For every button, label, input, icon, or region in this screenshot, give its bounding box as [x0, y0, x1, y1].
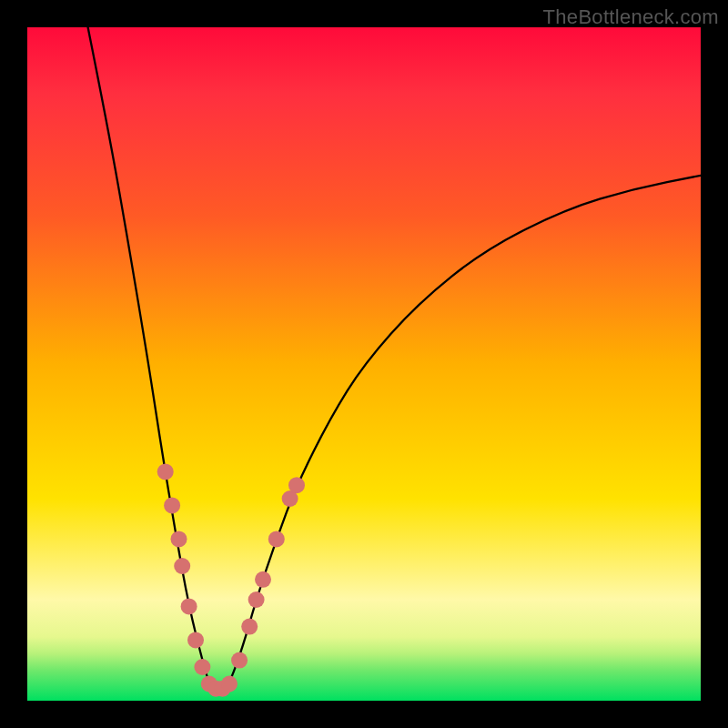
chart-svg	[27, 27, 701, 701]
data-marker	[157, 463, 174, 480]
data-marker	[241, 619, 258, 635]
data-marker	[164, 497, 180, 513]
data-marker	[221, 676, 238, 693]
data-marker	[187, 632, 204, 648]
gradient-background	[27, 27, 701, 701]
data-marker	[231, 652, 248, 669]
plot-area	[27, 27, 701, 701]
data-marker	[174, 558, 190, 574]
data-marker	[194, 659, 210, 675]
data-marker	[181, 598, 197, 614]
data-marker	[171, 531, 187, 547]
chart-frame: TheBottleneck.com	[0, 0, 728, 728]
data-marker	[288, 477, 305, 493]
data-marker	[268, 531, 285, 547]
watermark-text: TheBottleneck.com	[543, 5, 719, 29]
data-marker	[248, 592, 265, 608]
data-marker	[255, 571, 271, 588]
